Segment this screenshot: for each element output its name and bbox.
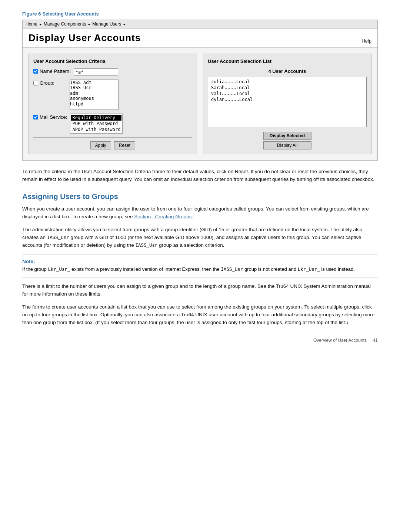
breadcrumb-sep2: ● bbox=[88, 22, 90, 26]
name-pattern-checkbox[interactable] bbox=[33, 69, 38, 74]
note-text: If the group Lkr_Usr_ exists from a prev… bbox=[22, 266, 378, 273]
user-count: 4 User Accounts bbox=[208, 68, 367, 74]
breadcrumb-home[interactable]: Home bbox=[26, 21, 37, 27]
breadcrumb-bar: Home ● Manage Components ● Manage Users … bbox=[23, 20, 377, 28]
breadcrumb-manage-users[interactable]: Manage Users bbox=[92, 21, 121, 27]
group-listbox[interactable]: IASS_Adm IASS_Usr adm anonymous httpd bbox=[70, 80, 119, 110]
user-list-item[interactable]: dylan‥‥‥‥‥Local bbox=[211, 97, 363, 102]
body-para-3-code1: IASS_Usr bbox=[47, 235, 69, 240]
mail-option-apop[interactable]: APOP with Password bbox=[71, 127, 121, 132]
mail-service-listbox[interactable]: Regular Delivery POP with Password APOP … bbox=[70, 114, 123, 134]
button-row: Apply Reset bbox=[33, 141, 192, 149]
screenshot-box: Home ● Manage Components ● Manage Users … bbox=[22, 20, 378, 161]
group-option[interactable]: IASS_Adm bbox=[70, 80, 118, 85]
page-footer: Overview of User Accounts 41 bbox=[22, 338, 378, 343]
apply-button[interactable]: Apply bbox=[90, 141, 111, 149]
body-para-2: When you create a user account, you can … bbox=[22, 205, 378, 221]
right-panel-title: User Account Selection List bbox=[208, 58, 367, 64]
name-pattern-input[interactable] bbox=[74, 68, 118, 76]
group-checkbox-label[interactable]: Group: bbox=[33, 80, 67, 86]
group-row: Group: IASS_Adm IASS_Usr adm anonymous h… bbox=[33, 80, 192, 110]
creating-groups-link[interactable]: Section : Creating Groups bbox=[134, 214, 191, 219]
reset-button[interactable]: Reset bbox=[114, 141, 135, 149]
user-list-box[interactable]: Julia‥‥‥‥Local Sarah‥‥‥‥Local Val1‥‥‥‥‥L… bbox=[208, 77, 367, 127]
mail-option-pop[interactable]: POP with Password bbox=[71, 121, 121, 127]
note-label: Note: bbox=[22, 259, 378, 264]
note-text-mid2: group is not created and bbox=[244, 266, 296, 272]
note-text-end: is used instead. bbox=[321, 266, 354, 272]
body-para-5: The forms to create user accounts contai… bbox=[22, 303, 378, 327]
group-select[interactable]: IASS_Adm IASS_Usr adm anonymous httpd bbox=[70, 80, 118, 110]
user-list-item[interactable]: Julia‥‥‥‥Local bbox=[211, 79, 363, 85]
mail-service-label: Mail Service: bbox=[40, 114, 67, 120]
note-code3: Lkr_Usr_ bbox=[298, 267, 320, 272]
right-panel: User Account Selection List 4 User Accou… bbox=[203, 54, 371, 154]
note-code2: IASS_Usr bbox=[221, 267, 243, 272]
display-all-button[interactable]: Display All bbox=[263, 141, 311, 149]
help-link[interactable]: Help bbox=[361, 38, 371, 44]
footer-text: Overview of User Accounts bbox=[313, 338, 367, 343]
group-checkbox[interactable] bbox=[33, 81, 38, 85]
body-para-1: To return the criteria in the User Accou… bbox=[22, 168, 378, 183]
right-button-group: Display Selected Display All bbox=[208, 132, 367, 149]
body-para-4: There is a limit to the number of users … bbox=[22, 283, 378, 298]
breadcrumb-sep1: ● bbox=[39, 22, 41, 26]
footer-page-num: 41 bbox=[373, 338, 378, 343]
page-title: Display User Accounts bbox=[29, 32, 141, 44]
section-heading-assigning: Assigning Users to Groups bbox=[22, 192, 378, 201]
user-list-item[interactable]: Sarah‥‥‥‥Local bbox=[211, 85, 363, 91]
breadcrumb-sep3: ● bbox=[123, 22, 126, 26]
page-header: Display User Accounts Help bbox=[23, 28, 377, 48]
body-para-3-end: group as a selection criterion. bbox=[159, 242, 224, 248]
content-area: User Account Selection Criteria Name Pat… bbox=[23, 48, 377, 160]
left-panel-title: User Account Selection Criteria bbox=[33, 58, 192, 64]
note-text-mid: exists from a previously installed versi… bbox=[71, 266, 220, 272]
name-pattern-row: Name Pattern: bbox=[33, 68, 192, 76]
group-option[interactable]: anonymous bbox=[70, 96, 118, 101]
left-panel: User Account Selection Criteria Name Pat… bbox=[29, 54, 197, 154]
mail-option-regular[interactable]: Regular Delivery bbox=[71, 115, 121, 121]
group-option[interactable]: httpd bbox=[70, 101, 118, 107]
group-option[interactable]: adm bbox=[70, 91, 118, 96]
display-selected-button[interactable]: Display Selected bbox=[263, 132, 311, 140]
note-text-pre: If the group bbox=[22, 266, 47, 272]
mail-service-checkbox[interactable] bbox=[33, 115, 38, 119]
form-divider bbox=[33, 137, 192, 138]
note-box: Note: If the group Lkr_Usr_ exists from … bbox=[22, 255, 378, 277]
note-code1: Lkr_Usr_ bbox=[48, 267, 70, 272]
body-para-2-end: . bbox=[192, 214, 193, 219]
user-list-item[interactable]: Val1‥‥‥‥‥Local bbox=[211, 91, 363, 97]
group-option[interactable]: IASS_Usr bbox=[70, 85, 118, 90]
mail-service-checkbox-label[interactable]: Mail Service: bbox=[33, 114, 67, 120]
name-pattern-checkbox-label[interactable]: Name Pattern: bbox=[33, 68, 71, 74]
body-para-3-code2: IASS_Usr bbox=[135, 243, 157, 248]
body-para-2-text: When you create a user account, you can … bbox=[22, 206, 369, 219]
name-pattern-label: Name Pattern: bbox=[40, 68, 71, 74]
group-label: Group: bbox=[40, 80, 54, 86]
body-para-3: The Administration utility allows you to… bbox=[22, 226, 378, 250]
breadcrumb-manage-components[interactable]: Manage Components bbox=[44, 21, 86, 27]
mail-service-row: Mail Service: Regular Delivery POP with … bbox=[33, 114, 192, 134]
figure-title: Figure 6 Selecting User Accounts bbox=[22, 11, 378, 17]
